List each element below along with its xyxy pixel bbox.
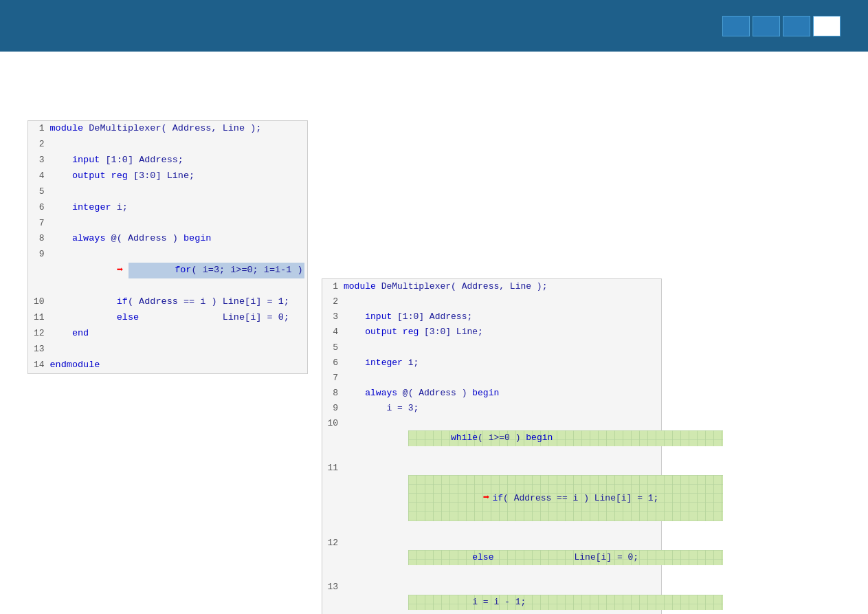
code-line: ➡ for( i=3; i>=0; i=i-1 ) [47, 247, 308, 294]
table-row: 3 input [1:0] Address; [28, 153, 308, 168]
line-number: 5 [28, 184, 47, 200]
header-btn-3[interactable] [783, 16, 810, 36]
code-line [341, 371, 662, 386]
table-row: 13 [28, 342, 308, 358]
table-row: 10 if( Address == i ) Line[i] = 1; [28, 294, 308, 310]
line-number: 7 [28, 216, 47, 232]
right-code-panel: 1 module DeMultiplexer( Address, Line );… [322, 278, 663, 614]
left-code-panel: 1 module DeMultiplexer( Address, Line );… [27, 120, 308, 374]
code-line: input [1:0] Address; [341, 309, 662, 325]
header-buttons [722, 16, 841, 36]
line-number: 2 [28, 137, 47, 153]
code-line: input [1:0] Address; [47, 153, 308, 168]
right-arrow-icon: ➡ [483, 492, 490, 504]
code-line: else Line[i] = 0; [341, 536, 662, 580]
code-line: integer i; [47, 200, 308, 216]
code-line: if( Address == i ) Line[i] = 1; [47, 294, 308, 310]
line-number: 9 [28, 247, 47, 294]
line-number: 2 [322, 294, 341, 309]
header-btn-4[interactable] [813, 16, 841, 36]
line-number: 7 [322, 371, 341, 386]
line-number: 14 [28, 358, 47, 373]
line-number: 11 [322, 461, 341, 536]
line-number: 4 [28, 168, 47, 184]
table-row: 2 [28, 137, 308, 153]
table-row: 7 [322, 371, 662, 386]
code-line: module DeMultiplexer( Address, Line ); [341, 279, 662, 295]
line-number: 8 [322, 386, 341, 401]
table-row: 1 module DeMultiplexer( Address, Line ); [28, 121, 308, 137]
table-row: 5 [322, 340, 662, 355]
table-row: 4 output reg [3:0] Line; [322, 325, 662, 340]
code-line: end [47, 326, 308, 342]
table-row: 10 while( i>=0 ) begin [322, 416, 662, 460]
table-row: 13 i = i - 1; [322, 580, 662, 614]
code-line [47, 216, 308, 232]
grid-highlight-12: else Line[i] = 0; [408, 550, 723, 565]
code-line: always @( Address ) begin [47, 231, 308, 247]
grid-highlight-13: i = i - 1; [408, 595, 723, 610]
line-number: 3 [28, 153, 47, 168]
line-number: 8 [28, 231, 47, 247]
code-line: i = 3; [341, 401, 662, 416]
code-line: output reg [3:0] Line; [341, 325, 662, 340]
table-row: 8 always @( Address ) begin [322, 386, 662, 401]
line-number: 5 [322, 340, 341, 355]
code-line: ➡if( Address == i ) Line[i] = 1; [341, 461, 662, 536]
code-line: always @( Address ) begin [341, 386, 662, 401]
grid-highlight-11: ➡if( Address == i ) Line[i] = 1; [408, 475, 723, 521]
code-line: else Line[i] = 0; [47, 310, 308, 326]
right-code-table: 1 module DeMultiplexer( Address, Line );… [322, 278, 663, 614]
table-row: 1 module DeMultiplexer( Address, Line ); [322, 279, 662, 295]
table-row: 2 [322, 294, 662, 309]
code-line [341, 294, 662, 309]
left-code-table: 1 module DeMultiplexer( Address, Line );… [27, 120, 308, 374]
header-btn-2[interactable] [753, 16, 780, 36]
line-number: 12 [322, 536, 341, 580]
table-row: 11 ➡if( Address == i ) Line[i] = 1; [322, 461, 662, 536]
line-number: 12 [28, 326, 47, 342]
header-bar [0, 0, 868, 52]
code-line: integer i; [341, 355, 662, 371]
table-row: 11 else Line[i] = 0; [28, 310, 308, 326]
header-btn-1[interactable] [722, 16, 750, 36]
line-number: 13 [322, 580, 341, 614]
table-row: 12 end [28, 326, 308, 342]
code-line: module DeMultiplexer( Address, Line ); [47, 121, 308, 137]
table-row: 14 endmodule [28, 358, 308, 373]
line-number: 10 [28, 294, 47, 310]
line-number: 11 [28, 310, 47, 326]
line-number: 6 [322, 355, 341, 371]
line-number: 13 [28, 342, 47, 358]
code-line [47, 137, 308, 153]
code-line: output reg [3:0] Line; [47, 168, 308, 184]
line-number: 3 [322, 309, 341, 325]
line-number: 4 [322, 325, 341, 340]
code-line: endmodule [47, 358, 308, 373]
table-row: 6 integer i; [28, 200, 308, 216]
code-line [341, 340, 662, 355]
line-number: 9 [322, 401, 341, 416]
table-row: 4 output reg [3:0] Line; [28, 168, 308, 184]
line-number: 6 [28, 200, 47, 216]
table-row: 6 integer i; [322, 355, 662, 371]
line-number: 1 [28, 121, 47, 137]
grid-highlight-10: while( i>=0 ) begin [408, 430, 723, 446]
table-row: 5 [28, 184, 308, 200]
line-number: 1 [322, 279, 341, 295]
code-line: while( i>=0 ) begin [341, 416, 662, 460]
table-row: 7 [28, 216, 308, 232]
code-line [47, 184, 308, 200]
table-row: 3 input [1:0] Address; [322, 309, 662, 325]
table-row: 12 else Line[i] = 0; [322, 536, 662, 580]
left-arrow-icon: ➡ [117, 262, 124, 279]
table-row: 8 always @( Address ) begin [28, 231, 308, 247]
code-line [47, 342, 308, 358]
table-row: 9 i = 3; [322, 401, 662, 416]
table-row: 9 ➡ for( i=3; i>=0; i=i-1 ) [28, 247, 308, 294]
code-line: i = i - 1; [341, 580, 662, 614]
highlighted-code: for( i=3; i>=0; i=i-1 ) [129, 263, 304, 278]
line-number: 10 [322, 416, 341, 460]
